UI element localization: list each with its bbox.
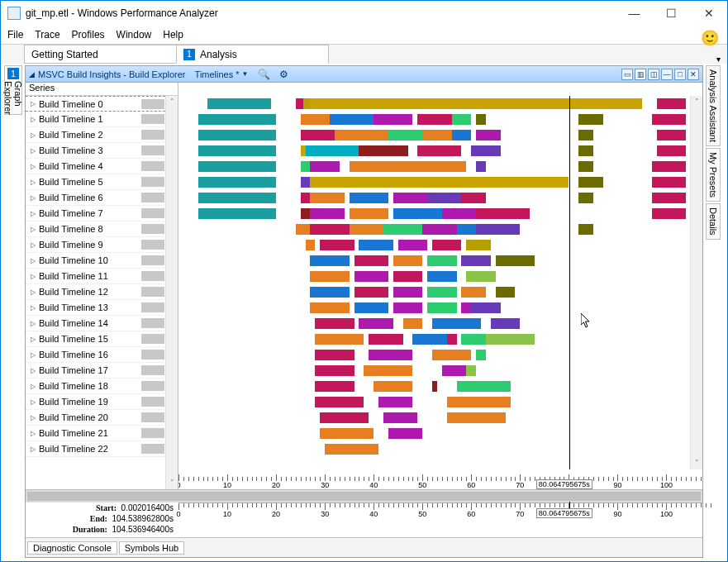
tab-overflow-icon[interactable]: ▾ (716, 55, 721, 64)
expand-icon[interactable]: ▷ (31, 288, 36, 296)
timeline-bar[interactable] (359, 240, 393, 250)
timeline-row[interactable] (178, 379, 690, 394)
timeline-bar[interactable] (657, 145, 686, 156)
timeline-bar[interactable] (310, 193, 344, 203)
series-row[interactable]: ▷Build Timeline 12 (26, 284, 178, 300)
panel-min-icon[interactable]: — (661, 69, 673, 80)
timeline-bar[interactable] (354, 271, 388, 282)
timeline-bar[interactable] (578, 130, 593, 140)
timeline-bar[interactable] (652, 193, 686, 203)
timeline-bar[interactable] (325, 444, 378, 455)
series-row[interactable]: ▷Build Timeline 1 (26, 112, 178, 127)
series-row[interactable]: ▷Build Timeline 0 (26, 96, 178, 112)
timeline-bar[interactable] (496, 287, 516, 298)
timeline-bar[interactable] (403, 318, 423, 329)
timeline-bar[interactable] (432, 381, 437, 392)
feedback-icon[interactable]: 🙂 (701, 29, 719, 47)
timeline-bar[interactable] (303, 98, 311, 109)
time-axis[interactable]: 010203040506070809010080.064795675s (178, 469, 690, 489)
timeline-bar[interactable] (310, 161, 339, 172)
timeline-row[interactable] (178, 143, 690, 159)
expand-icon[interactable]: ▷ (31, 336, 36, 343)
expand-icon[interactable]: ▷ (31, 367, 36, 374)
timeline-bar[interactable] (306, 145, 359, 156)
expand-icon[interactable]: ▷ (31, 147, 36, 155)
timeline-bar[interactable] (432, 350, 471, 360)
timeline-bar[interactable] (398, 240, 427, 250)
timeline-bar[interactable] (310, 302, 349, 313)
timeline-row[interactable] (178, 441, 690, 457)
timeline-bar[interactable] (476, 130, 501, 140)
timeline-bar[interactable] (383, 412, 417, 423)
series-row[interactable]: ▷Build Timeline 13 (26, 300, 178, 316)
timeline-bar[interactable] (350, 161, 467, 172)
timeline-row[interactable] (178, 159, 690, 174)
graph-explorer-rail[interactable]: 1 Graph Explorer (4, 65, 22, 115)
menu-trace[interactable]: Trace (35, 29, 59, 40)
expand-icon[interactable]: ▷ (31, 210, 36, 217)
timeline-bar[interactable] (422, 130, 451, 140)
timeline-bar[interactable] (457, 224, 477, 235)
timeline-bar[interactable] (457, 381, 511, 392)
series-row[interactable]: ▷Build Timeline 7 (26, 206, 178, 221)
timeline-row[interactable] (178, 112, 690, 127)
timeline-bar[interactable] (461, 193, 486, 203)
timeline-bar[interactable] (198, 130, 276, 140)
search-icon[interactable]: 🔍 (258, 69, 270, 80)
timeline-bar[interactable] (393, 302, 422, 313)
expand-icon[interactable]: ▷ (31, 430, 36, 437)
timeline-bar[interactable] (388, 428, 422, 439)
timeline-bar[interactable] (310, 271, 349, 282)
timeline-bar[interactable] (198, 193, 276, 203)
timeline-bar[interactable] (301, 177, 311, 188)
series-row[interactable]: ▷Build Timeline 9 (26, 237, 178, 253)
series-row[interactable]: ▷Build Timeline 4 (26, 159, 178, 174)
timeline-row[interactable] (178, 269, 690, 284)
expand-icon[interactable]: ▷ (31, 383, 36, 390)
overview-axis[interactable]: 010203040506070809010080.064795675s (178, 502, 702, 537)
timeline-bar[interactable] (476, 161, 486, 172)
expand-icon[interactable]: ▷ (31, 116, 36, 123)
expand-icon[interactable]: ▷ (31, 273, 36, 280)
timeline-bar[interactable] (393, 287, 422, 298)
timeline-bar[interactable] (315, 334, 364, 345)
timeline-bar[interactable] (476, 350, 486, 360)
series-scrollbar[interactable]: ˄ ˅ (165, 96, 178, 489)
panel-close-icon[interactable]: ✕ (688, 69, 699, 80)
timeline-bar[interactable] (491, 318, 520, 329)
timeline-bar[interactable] (378, 397, 412, 407)
timeline-bar[interactable] (652, 161, 686, 172)
timeline-bar[interactable] (374, 114, 412, 125)
expand-icon[interactable]: ▷ (31, 351, 36, 359)
menu-file[interactable]: File (7, 29, 23, 40)
series-row[interactable]: ▷Build Timeline 2 (26, 127, 178, 143)
expand-icon[interactable]: ▷ (31, 320, 36, 327)
timeline-bar[interactable] (476, 208, 530, 219)
timeline-row[interactable] (178, 331, 690, 347)
timeline-bar[interactable] (417, 114, 451, 125)
timeline-bar[interactable] (393, 193, 427, 203)
timeline-bar[interactable] (442, 208, 476, 219)
timeline-bar[interactable] (320, 428, 374, 439)
timeline-bar[interactable] (486, 334, 535, 345)
timeline-bar[interactable] (315, 397, 364, 407)
timeline-bar[interactable] (461, 255, 490, 266)
expand-icon[interactable]: ▷ (31, 414, 36, 422)
panel-max-icon[interactable]: □ (674, 69, 686, 80)
series-row[interactable]: ▷Build Timeline 3 (26, 143, 178, 159)
scroll-up-icon[interactable]: ˄ (166, 96, 178, 108)
panel-header[interactable]: ◢ MSVC Build Insights - Build Explorer T… (26, 66, 702, 83)
time-cursor[interactable] (569, 96, 570, 469)
timeline-bar[interactable] (427, 302, 456, 313)
timeline-bar[interactable] (447, 334, 457, 345)
timeline-bar[interactable] (207, 98, 271, 109)
preset-dropdown[interactable]: Timelines * (195, 69, 240, 79)
timeline-bar[interactable] (350, 193, 388, 203)
timeline-bar[interactable] (383, 224, 422, 235)
series-row[interactable]: ▷Build Timeline 5 (26, 174, 178, 190)
expand-icon[interactable]: ▷ (31, 163, 36, 170)
gear-icon[interactable]: ⚙ (279, 69, 288, 80)
menu-window[interactable]: Window (117, 29, 152, 40)
timeline-bar[interactable] (320, 412, 369, 423)
series-row[interactable]: ▷Build Timeline 15 (26, 331, 178, 347)
